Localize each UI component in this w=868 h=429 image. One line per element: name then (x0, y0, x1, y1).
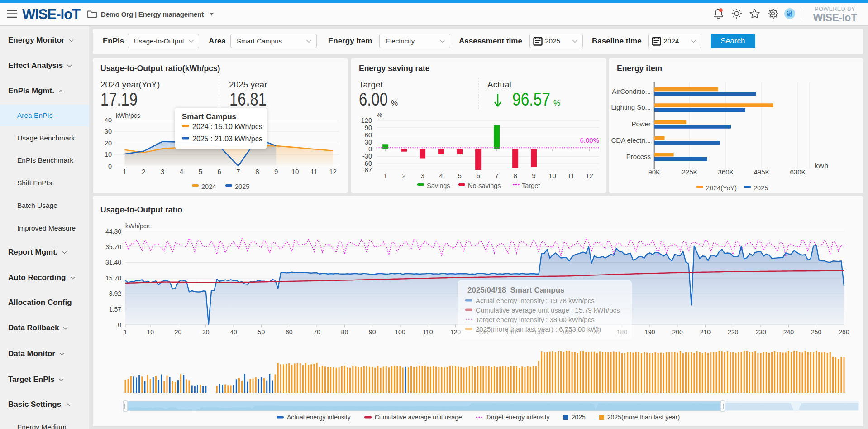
svg-text:2: 2 (142, 168, 145, 175)
svg-text:60: 60 (365, 131, 372, 139)
svg-text:Target: Target (522, 182, 540, 189)
svg-text:1.57: 1.57 (109, 306, 121, 313)
svg-text:Target: Target (359, 80, 383, 89)
svg-text:5: 5 (458, 172, 461, 179)
svg-text:6: 6 (218, 168, 221, 175)
svg-text:17.19: 17.19 (100, 89, 138, 109)
svg-text:110: 110 (423, 328, 433, 336)
svg-text:2: 2 (402, 172, 405, 179)
svg-text:-87: -87 (362, 166, 372, 174)
svg-text:30: 30 (202, 328, 210, 336)
svg-text:220: 220 (728, 328, 739, 336)
svg-text:10: 10 (291, 168, 299, 175)
svg-text:Energy item: Energy item (617, 64, 662, 73)
svg-text:2024(YoY): 2024(YoY) (706, 184, 737, 192)
svg-text:Lighting So...: Lighting So... (611, 103, 651, 111)
svg-text:CDA electri...: CDA electri... (611, 136, 651, 144)
svg-text:1: 1 (383, 172, 387, 179)
svg-text:360K: 360K (718, 168, 734, 176)
svg-text:Energy saving rate: Energy saving rate (359, 64, 430, 73)
svg-text:260: 260 (839, 328, 849, 336)
svg-text:240: 240 (783, 328, 794, 336)
svg-text:kWh: kWh (815, 162, 828, 169)
svg-text:50: 50 (258, 328, 265, 336)
svg-text:7: 7 (236, 168, 240, 175)
svg-text:630K: 630K (790, 168, 806, 176)
svg-text:1: 1 (124, 328, 127, 336)
svg-text:3.92: 3.92 (109, 290, 121, 297)
svg-text:35.70: 35.70 (105, 243, 121, 251)
svg-text:Usage-to-Output ratio: Usage-to-Output ratio (100, 205, 182, 214)
svg-text:2024: 2024 (201, 183, 216, 190)
svg-text:0: 0 (368, 145, 372, 153)
svg-text:0: 0 (118, 321, 121, 328)
svg-text:-30: -30 (362, 153, 372, 160)
svg-text:2024 year(YoY): 2024 year(YoY) (100, 80, 160, 89)
svg-text:80: 80 (341, 328, 348, 336)
svg-text:%: % (391, 99, 398, 107)
svg-text:6.00%: 6.00% (580, 136, 599, 144)
svg-text:9: 9 (532, 172, 535, 179)
svg-text:2025 year: 2025 year (229, 80, 267, 89)
svg-text:4: 4 (180, 168, 183, 175)
svg-text:3: 3 (161, 168, 164, 175)
svg-text:12: 12 (329, 168, 337, 175)
svg-text:6: 6 (476, 172, 480, 179)
svg-text:11: 11 (310, 168, 318, 175)
svg-text:225K: 225K (682, 168, 697, 176)
svg-text:8: 8 (255, 168, 259, 175)
svg-text:2025: 2025 (235, 183, 249, 190)
svg-text:30: 30 (105, 128, 112, 135)
svg-text:Actual: Actual (487, 80, 511, 89)
svg-text:30: 30 (365, 139, 372, 146)
svg-text:40: 40 (230, 328, 237, 336)
svg-text:12: 12 (586, 172, 593, 179)
svg-text:%: % (377, 111, 382, 119)
svg-text:15.70: 15.70 (105, 275, 121, 282)
svg-text:5: 5 (199, 168, 202, 175)
svg-text:70: 70 (313, 328, 320, 336)
svg-text:8: 8 (513, 172, 517, 179)
svg-text:44.30: 44.30 (105, 228, 121, 235)
svg-text:120: 120 (361, 117, 372, 124)
svg-text:40: 40 (105, 116, 112, 124)
svg-text:2025: 2025 (754, 184, 768, 192)
svg-text:90: 90 (365, 124, 372, 131)
svg-text:kWh/pcs: kWh/pcs (116, 112, 140, 119)
svg-text:9: 9 (274, 168, 278, 175)
svg-text:10: 10 (147, 328, 154, 336)
svg-text:90: 90 (369, 328, 376, 336)
svg-text:20: 20 (175, 328, 182, 336)
svg-text:10: 10 (548, 172, 556, 179)
svg-text:Process: Process (626, 153, 651, 160)
svg-text:230: 230 (755, 328, 766, 336)
svg-text:11: 11 (568, 172, 575, 179)
svg-text:495K: 495K (754, 168, 769, 176)
svg-text:4: 4 (439, 172, 443, 179)
svg-text:kWh/pcs: kWh/pcs (125, 222, 150, 230)
svg-text:90K: 90K (648, 168, 660, 176)
svg-text:3: 3 (420, 172, 424, 179)
svg-text:10: 10 (105, 151, 112, 158)
svg-text:16.81: 16.81 (229, 89, 267, 109)
svg-text:96.57: 96.57 (512, 89, 550, 109)
svg-text:%: % (553, 99, 560, 107)
svg-text:7: 7 (495, 172, 498, 179)
svg-text:250: 250 (811, 328, 822, 336)
svg-text:0: 0 (108, 163, 112, 170)
svg-text:210: 210 (700, 328, 711, 336)
svg-text:Power: Power (631, 120, 651, 128)
svg-text:190: 190 (644, 328, 655, 336)
svg-text:1: 1 (123, 168, 126, 175)
svg-text:100: 100 (395, 328, 405, 336)
svg-text:Usage-to-Output ratio(kWh/pcs): Usage-to-Output ratio(kWh/pcs) (100, 64, 220, 73)
svg-text:No-savings: No-savings (468, 182, 501, 189)
svg-text:20: 20 (105, 140, 112, 147)
svg-text:200: 200 (672, 328, 683, 336)
svg-text:AirConditio...: AirConditio... (612, 87, 651, 95)
svg-text:31.40: 31.40 (105, 259, 121, 266)
svg-text:Savings: Savings (427, 182, 450, 189)
svg-text:6.00: 6.00 (359, 89, 388, 109)
svg-text:60: 60 (286, 328, 293, 336)
